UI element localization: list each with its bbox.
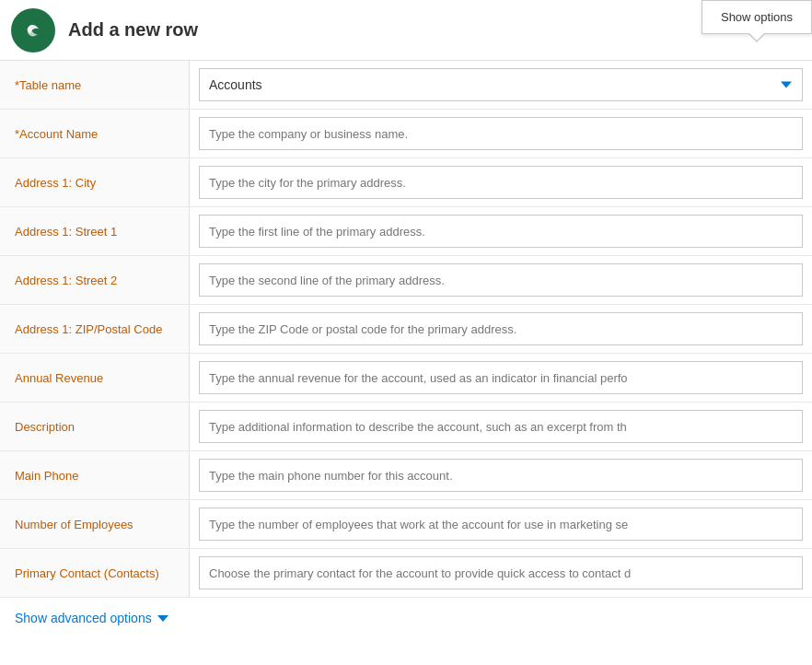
show-advanced-button[interactable]: Show advanced options <box>15 611 168 625</box>
row-account-name: Account Name <box>0 110 812 158</box>
row-num-employees: Number of Employees <box>0 500 812 549</box>
page-title: Add a new row <box>68 19 801 41</box>
table-name-row: Table name Accounts Contacts Leads Oppor… <box>0 61 812 110</box>
table-name-label: Table name <box>0 61 189 109</box>
row-description: Description <box>0 402 812 451</box>
app-logo <box>11 8 55 52</box>
input-address-street2[interactable] <box>199 263 803 297</box>
label-num-employees: Number of Employees <box>0 500 189 548</box>
form-container: Table name Accounts Contacts Leads Oppor… <box>0 61 812 598</box>
input-container-description <box>189 402 812 450</box>
label-account-name: Account Name <box>0 110 189 158</box>
input-num-employees[interactable] <box>199 508 803 541</box>
label-annual-revenue: Annual Revenue <box>0 354 189 402</box>
row-address-street2: Address 1: Street 2 <box>0 256 812 305</box>
input-description[interactable] <box>199 410 803 443</box>
header: Add a new row Show options <box>0 0 812 61</box>
input-container-annual-revenue <box>189 354 812 402</box>
input-primary-contact[interactable] <box>199 556 803 589</box>
table-name-select-container: Accounts Contacts Leads Opportunities <box>189 61 812 109</box>
label-address-street1: Address 1: Street 1 <box>0 207 189 255</box>
row-annual-revenue: Annual Revenue <box>0 354 812 402</box>
input-container-main-phone <box>189 451 812 499</box>
input-annual-revenue[interactable] <box>199 361 803 394</box>
input-container-address-city <box>189 158 812 206</box>
chevron-down-icon <box>157 615 168 622</box>
row-main-phone: Main Phone <box>0 451 812 500</box>
svg-point-0 <box>20 17 47 43</box>
input-account-name[interactable] <box>199 117 803 150</box>
input-container-account-name <box>189 110 812 158</box>
label-address-street2: Address 1: Street 2 <box>0 256 189 304</box>
input-container-address-street1 <box>189 207 812 255</box>
input-main-phone[interactable] <box>199 459 803 492</box>
row-address-zip: Address 1: ZIP/Postal Code <box>0 305 812 354</box>
table-name-select[interactable]: Accounts Contacts Leads Opportunities <box>199 68 803 101</box>
input-container-address-zip <box>189 305 812 353</box>
row-address-city: Address 1: City <box>0 158 812 207</box>
input-address-zip[interactable] <box>199 312 803 345</box>
fields-container: Account NameAddress 1: CityAddress 1: St… <box>0 110 812 598</box>
row-address-street1: Address 1: Street 1 <box>0 207 812 256</box>
input-address-city[interactable] <box>199 166 803 199</box>
input-container-num-employees <box>189 500 812 548</box>
show-options-button[interactable]: Show options <box>702 0 812 34</box>
input-address-street1[interactable] <box>199 215 803 248</box>
label-primary-contact: Primary Contact (Contacts) <box>0 549 189 597</box>
label-description: Description <box>0 402 189 450</box>
input-container-primary-contact <box>189 549 812 597</box>
table-name-select-wrapper: Accounts Contacts Leads Opportunities <box>199 68 803 101</box>
label-main-phone: Main Phone <box>0 451 189 499</box>
footer: Show advanced options <box>0 598 812 638</box>
label-address-city: Address 1: City <box>0 158 189 206</box>
row-primary-contact: Primary Contact (Contacts) <box>0 549 812 598</box>
label-address-zip: Address 1: ZIP/Postal Code <box>0 305 189 353</box>
input-container-address-street2 <box>189 256 812 304</box>
